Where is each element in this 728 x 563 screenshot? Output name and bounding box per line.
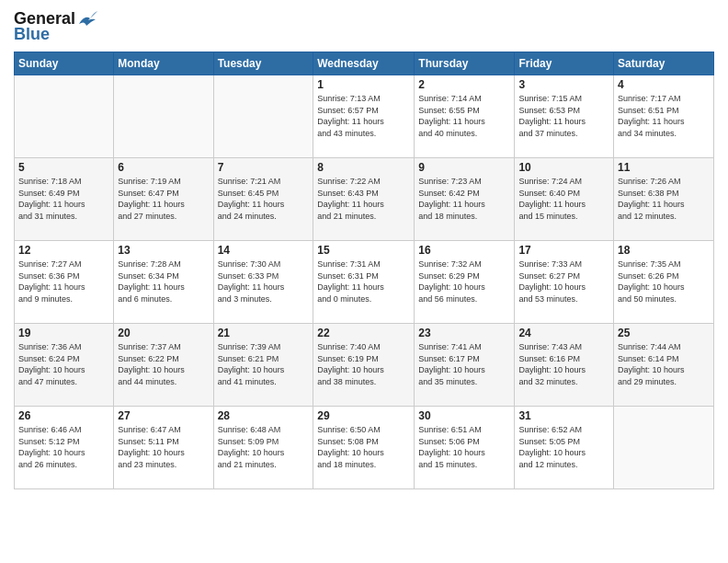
day-info: Sunrise: 6:46 AM Sunset: 5:12 PM Dayligh… — [18, 424, 109, 470]
calendar-table: SundayMondayTuesdayWednesdayThursdayFrid… — [14, 52, 714, 489]
day-info: Sunrise: 6:52 AM Sunset: 5:05 PM Dayligh… — [518, 424, 609, 470]
calendar-cell: 2Sunrise: 7:14 AM Sunset: 6:55 PM Daylig… — [415, 75, 515, 158]
day-info: Sunrise: 7:33 AM Sunset: 6:27 PM Dayligh… — [518, 259, 609, 304]
day-info: Sunrise: 7:44 AM Sunset: 6:14 PM Dayligh… — [618, 341, 710, 387]
day-info: Sunrise: 7:17 AM Sunset: 6:51 PM Dayligh… — [618, 93, 710, 139]
day-number: 23 — [418, 327, 510, 339]
day-number: 5 — [18, 161, 109, 174]
day-info: Sunrise: 7:13 AM Sunset: 6:57 PM Dayligh… — [317, 93, 410, 139]
day-number: 2 — [418, 78, 510, 91]
logo-blue-text: Blue — [14, 25, 50, 44]
calendar-cell: 21Sunrise: 7:39 AM Sunset: 6:21 PM Dayli… — [213, 324, 313, 407]
day-number: 16 — [418, 244, 510, 257]
day-of-week-header: Sunday — [15, 52, 114, 75]
calendar-cell: 29Sunrise: 6:50 AM Sunset: 5:08 PM Dayli… — [313, 407, 415, 489]
logo-bird-icon — [77, 11, 97, 28]
day-number: 13 — [118, 244, 209, 257]
calendar-cell: 24Sunrise: 7:43 AM Sunset: 6:16 PM Dayli… — [515, 324, 614, 407]
day-info: Sunrise: 7:23 AM Sunset: 6:42 PM Dayligh… — [418, 176, 510, 222]
calendar-week-row: 26Sunrise: 6:46 AM Sunset: 5:12 PM Dayli… — [15, 407, 714, 489]
calendar-cell: 1Sunrise: 7:13 AM Sunset: 6:57 PM Daylig… — [313, 75, 415, 158]
day-number: 19 — [18, 327, 109, 339]
day-number: 1 — [317, 78, 410, 91]
calendar-cell — [15, 75, 114, 158]
calendar-cell — [614, 407, 714, 489]
day-number: 17 — [518, 244, 609, 257]
day-info: Sunrise: 7:26 AM Sunset: 6:38 PM Dayligh… — [618, 176, 710, 222]
day-of-week-header: Monday — [114, 52, 213, 75]
day-info: Sunrise: 7:18 AM Sunset: 6:49 PM Dayligh… — [18, 176, 109, 222]
day-number: 6 — [118, 161, 209, 174]
day-number: 31 — [518, 409, 609, 422]
day-number: 30 — [418, 409, 510, 422]
calendar-week-row: 12Sunrise: 7:27 AM Sunset: 6:36 PM Dayli… — [15, 241, 714, 324]
day-number: 26 — [18, 409, 109, 422]
day-info: Sunrise: 7:37 AM Sunset: 6:22 PM Dayligh… — [118, 341, 209, 387]
day-number: 18 — [618, 244, 710, 257]
day-number: 24 — [518, 327, 609, 339]
day-of-week-header: Wednesday — [313, 52, 415, 75]
calendar-week-row: 5Sunrise: 7:18 AM Sunset: 6:49 PM Daylig… — [15, 158, 714, 241]
day-info: Sunrise: 6:47 AM Sunset: 5:11 PM Dayligh… — [118, 424, 209, 470]
day-number: 9 — [418, 161, 510, 174]
day-number: 8 — [317, 161, 410, 174]
calendar-cell: 19Sunrise: 7:36 AM Sunset: 6:24 PM Dayli… — [15, 324, 114, 407]
calendar-cell: 31Sunrise: 6:52 AM Sunset: 5:05 PM Dayli… — [515, 407, 614, 489]
calendar-cell: 14Sunrise: 7:30 AM Sunset: 6:33 PM Dayli… — [213, 241, 313, 324]
day-info: Sunrise: 7:32 AM Sunset: 6:29 PM Dayligh… — [418, 259, 510, 304]
calendar-week-row: 19Sunrise: 7:36 AM Sunset: 6:24 PM Dayli… — [15, 324, 714, 407]
day-of-week-header: Tuesday — [213, 52, 313, 75]
calendar-cell: 9Sunrise: 7:23 AM Sunset: 6:42 PM Daylig… — [415, 158, 515, 241]
calendar-cell: 10Sunrise: 7:24 AM Sunset: 6:40 PM Dayli… — [515, 158, 614, 241]
calendar-cell: 28Sunrise: 6:48 AM Sunset: 5:09 PM Dayli… — [213, 407, 313, 489]
day-info: Sunrise: 7:36 AM Sunset: 6:24 PM Dayligh… — [18, 341, 109, 387]
day-info: Sunrise: 7:14 AM Sunset: 6:55 PM Dayligh… — [418, 93, 510, 139]
day-info: Sunrise: 7:27 AM Sunset: 6:36 PM Dayligh… — [18, 259, 109, 304]
day-info: Sunrise: 7:39 AM Sunset: 6:21 PM Dayligh… — [218, 341, 310, 387]
day-info: Sunrise: 7:19 AM Sunset: 6:47 PM Dayligh… — [118, 176, 209, 222]
calendar-cell — [114, 75, 213, 158]
day-number: 3 — [518, 78, 609, 91]
calendar-cell: 20Sunrise: 7:37 AM Sunset: 6:22 PM Dayli… — [114, 324, 213, 407]
calendar-cell: 15Sunrise: 7:31 AM Sunset: 6:31 PM Dayli… — [313, 241, 415, 324]
day-info: Sunrise: 7:21 AM Sunset: 6:45 PM Dayligh… — [218, 176, 310, 222]
calendar-cell: 27Sunrise: 6:47 AM Sunset: 5:11 PM Dayli… — [114, 407, 213, 489]
day-number: 10 — [518, 161, 609, 174]
day-info: Sunrise: 7:40 AM Sunset: 6:19 PM Dayligh… — [317, 341, 410, 387]
day-number: 12 — [18, 244, 109, 257]
day-number: 14 — [218, 244, 310, 257]
calendar-cell: 13Sunrise: 7:28 AM Sunset: 6:34 PM Dayli… — [114, 241, 213, 324]
day-number: 27 — [118, 409, 209, 422]
day-info: Sunrise: 6:48 AM Sunset: 5:09 PM Dayligh… — [218, 424, 310, 470]
day-number: 28 — [218, 409, 310, 422]
calendar-cell: 23Sunrise: 7:41 AM Sunset: 6:17 PM Dayli… — [415, 324, 515, 407]
calendar-cell: 5Sunrise: 7:18 AM Sunset: 6:49 PM Daylig… — [15, 158, 114, 241]
day-number: 25 — [618, 327, 710, 339]
day-info: Sunrise: 7:24 AM Sunset: 6:40 PM Dayligh… — [518, 176, 609, 222]
calendar-cell: 17Sunrise: 7:33 AM Sunset: 6:27 PM Dayli… — [515, 241, 614, 324]
day-number: 22 — [317, 327, 410, 339]
calendar-cell: 6Sunrise: 7:19 AM Sunset: 6:47 PM Daylig… — [114, 158, 213, 241]
calendar-cell: 22Sunrise: 7:40 AM Sunset: 6:19 PM Dayli… — [313, 324, 415, 407]
logo: General Blue — [14, 9, 97, 44]
calendar-cell: 26Sunrise: 6:46 AM Sunset: 5:12 PM Dayli… — [15, 407, 114, 489]
day-number: 21 — [218, 327, 310, 339]
day-number: 20 — [118, 327, 209, 339]
calendar-cell: 7Sunrise: 7:21 AM Sunset: 6:45 PM Daylig… — [213, 158, 313, 241]
day-info: Sunrise: 7:43 AM Sunset: 6:16 PM Dayligh… — [518, 341, 609, 387]
day-info: Sunrise: 7:30 AM Sunset: 6:33 PM Dayligh… — [218, 259, 310, 304]
calendar-cell: 8Sunrise: 7:22 AM Sunset: 6:43 PM Daylig… — [313, 158, 415, 241]
header: General Blue — [14, 9, 714, 44]
calendar-cell: 12Sunrise: 7:27 AM Sunset: 6:36 PM Dayli… — [15, 241, 114, 324]
day-info: Sunrise: 7:15 AM Sunset: 6:53 PM Dayligh… — [518, 93, 609, 139]
calendar-cell: 25Sunrise: 7:44 AM Sunset: 6:14 PM Dayli… — [614, 324, 714, 407]
day-info: Sunrise: 7:35 AM Sunset: 6:26 PM Dayligh… — [618, 259, 710, 304]
calendar-cell: 30Sunrise: 6:51 AM Sunset: 5:06 PM Dayli… — [415, 407, 515, 489]
calendar-week-row: 1Sunrise: 7:13 AM Sunset: 6:57 PM Daylig… — [15, 75, 714, 158]
day-info: Sunrise: 7:41 AM Sunset: 6:17 PM Dayligh… — [418, 341, 510, 387]
day-number: 11 — [618, 161, 710, 174]
day-number: 7 — [218, 161, 310, 174]
calendar-cell: 3Sunrise: 7:15 AM Sunset: 6:53 PM Daylig… — [515, 75, 614, 158]
calendar-header-row: SundayMondayTuesdayWednesdayThursdayFrid… — [15, 52, 714, 75]
calendar-cell: 16Sunrise: 7:32 AM Sunset: 6:29 PM Dayli… — [415, 241, 515, 324]
